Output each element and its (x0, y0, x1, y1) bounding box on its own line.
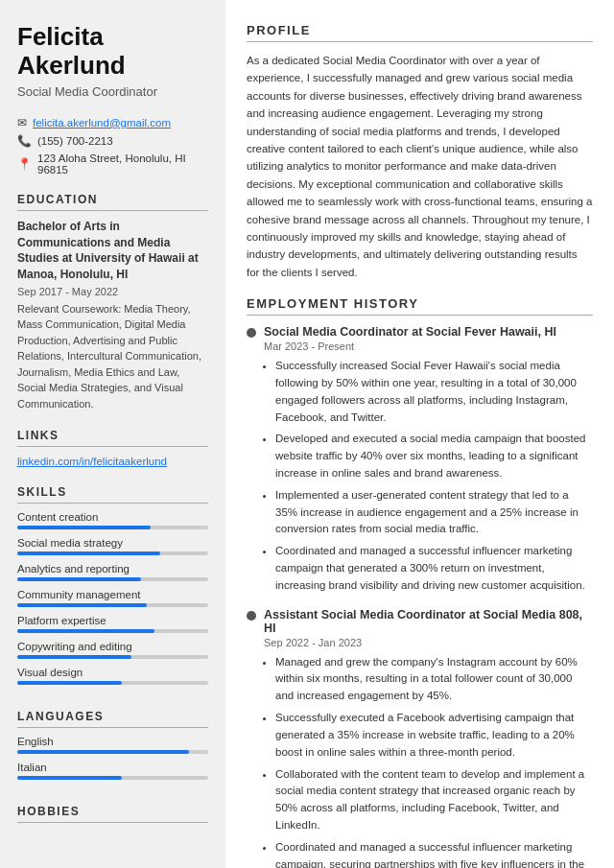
address-text: 123 Aloha Street, Honolulu, HI 96815 (37, 152, 208, 176)
skill-bar-bg (17, 577, 208, 581)
language-item: English (17, 736, 208, 754)
language-name: Italian (17, 762, 208, 773)
language-name: English (17, 736, 208, 747)
bullet-item: Developed and executed a social media ca… (275, 431, 593, 481)
skill-name: Content creation (17, 511, 208, 523)
skill-name: Visual design (17, 667, 208, 678)
skill-bar-fill (17, 526, 151, 529)
employment-title: Employment History (247, 296, 593, 316)
language-bar-bg (17, 750, 208, 754)
address-item: 📍 123 Aloha Street, Honolulu, HI 96815 (17, 152, 208, 176)
location-icon: 📍 (17, 157, 32, 171)
employment-header: Social Media Coordinator at Social Fever… (247, 325, 593, 352)
education-dates: Sep 2017 - May 2022 (17, 286, 208, 297)
languages-title: Languages (17, 710, 208, 728)
skill-bar-bg (17, 655, 208, 659)
skill-item: Visual design (17, 667, 208, 685)
education-degree: Bachelor of Arts in Communications and M… (17, 219, 208, 283)
skill-item: Analytics and reporting (17, 563, 208, 581)
skill-bar-bg (17, 629, 208, 633)
bullet-item: Coordinated and managed a successful inf… (275, 543, 593, 594)
skill-bar-bg (17, 681, 208, 685)
main-content: Profile As a dedicated Social Media Coor… (225, 0, 614, 868)
linkedin-link[interactable]: linkedin.com/in/felicitaakerlund (17, 456, 167, 467)
skill-item: Platform expertise (17, 615, 208, 633)
employment-section: Employment History Social Media Coordina… (247, 296, 593, 868)
skill-item: Copywriting and editing (17, 641, 208, 659)
employment-dates: Mar 2023 - Present (264, 340, 556, 352)
employment-bullets: Managed and grew the company's Instagram… (264, 654, 593, 868)
skill-bar-bg (17, 603, 208, 607)
profile-text: As a dedicated Social Media Coordinator … (247, 52, 593, 281)
skill-name: Analytics and reporting (17, 563, 208, 575)
employment-dot (247, 328, 256, 338)
job-title: Social Media Coordinator (17, 84, 208, 99)
skill-bar-bg (17, 551, 208, 555)
skill-bar-fill (17, 629, 154, 633)
skills-title: Skills (17, 485, 208, 504)
skills-list: Content creation Social media strategy A… (17, 511, 208, 685)
language-bar-fill (17, 776, 122, 780)
sidebar: Felicita Akerlund Social Media Coordinat… (0, 0, 225, 868)
bullet-item: Successfully executed a Facebook adverti… (275, 710, 593, 761)
email-item: ✉ felicita.akerlund@gmail.com (17, 116, 208, 129)
skill-name: Social media strategy (17, 537, 208, 549)
language-bar-bg (17, 776, 208, 780)
skill-name: Platform expertise (17, 615, 208, 626)
employment-bullets: Successfully increased Social Fever Hawa… (264, 358, 593, 595)
skill-item: Social media strategy (17, 537, 208, 555)
links-title: Links (17, 429, 208, 447)
employment-header: Assistant Social Media Coordinator at So… (247, 608, 593, 648)
hobbies-section: Hobbies (17, 805, 208, 831)
skill-item: Content creation (17, 511, 208, 529)
bullet-item: Implemented a user-generated content str… (275, 487, 593, 538)
phone-text: (155) 700-2213 (37, 135, 113, 147)
employment-entry: Social Media Coordinator at Social Fever… (247, 325, 593, 595)
employment-entry: Assistant Social Media Coordinator at So… (247, 608, 593, 868)
languages-section: Languages English Italian (17, 710, 208, 787)
languages-list: English Italian (17, 736, 208, 780)
name-title: Felicita Akerlund Social Media Coordinat… (17, 23, 208, 99)
skill-bar-fill (17, 655, 131, 659)
skill-bar-fill (17, 681, 122, 685)
profile-title: Profile (247, 23, 593, 42)
bullet-item: Managed and grew the company's Instagram… (275, 654, 593, 705)
skill-bar-fill (17, 603, 147, 607)
skill-name: Community management (17, 589, 208, 600)
email-icon: ✉ (17, 116, 27, 129)
email-link[interactable]: felicita.akerlund@gmail.com (33, 117, 171, 129)
bullet-item: Collaborated with the content team to de… (275, 766, 593, 834)
employment-dates: Sep 2022 - Jan 2023 (264, 637, 593, 648)
links-section: Links linkedin.com/in/felicitaakerlund (17, 429, 208, 468)
hobbies-title: Hobbies (17, 805, 208, 823)
phone-icon: 📞 (17, 134, 32, 148)
skill-bar-fill (17, 577, 141, 581)
bullet-item: Coordinated and managed a successful inf… (275, 839, 593, 868)
phone-item: 📞 (155) 700-2213 (17, 134, 208, 148)
skills-section: Skills Content creation Social media str… (17, 485, 208, 692)
education-title: Education (17, 193, 208, 211)
skill-bar-fill (17, 551, 160, 555)
employment-dot (247, 611, 256, 621)
employment-list: Social Media Coordinator at Social Fever… (247, 325, 593, 868)
profile-section: Profile As a dedicated Social Media Coor… (247, 23, 593, 281)
education-courses: Relevant Coursework: Media Theory, Mass … (17, 301, 208, 412)
skill-item: Community management (17, 589, 208, 607)
candidate-name: Felicita Akerlund (17, 23, 208, 81)
employment-title-text: Assistant Social Media Coordinator at So… (264, 608, 593, 635)
contact-info: ✉ felicita.akerlund@gmail.com 📞 (155) 70… (17, 116, 208, 176)
bullet-item: Successfully increased Social Fever Hawa… (275, 358, 593, 426)
language-bar-fill (17, 750, 189, 754)
skill-bar-bg (17, 526, 208, 529)
employment-title-text: Social Media Coordinator at Social Fever… (264, 325, 556, 339)
education-section: Education Bachelor of Arts in Communicat… (17, 193, 208, 412)
language-item: Italian (17, 762, 208, 780)
skill-name: Copywriting and editing (17, 641, 208, 652)
